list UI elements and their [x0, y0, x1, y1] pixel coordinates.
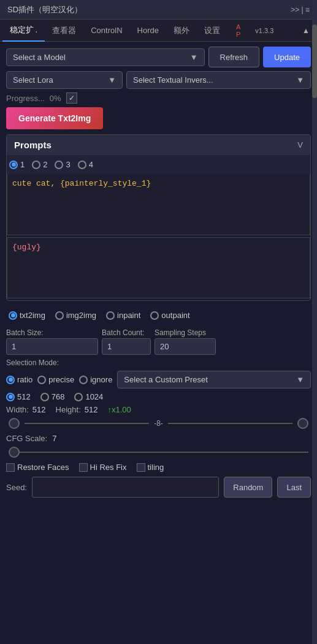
scrollbar-thumb[interactable]	[312, 25, 317, 98]
prompts-section: Prompts V 1 2 3 4 cute cat, {painterly_	[6, 134, 311, 301]
main-content: Select a Model ▼ Refresh Update Select L…	[0, 42, 317, 502]
random-button[interactable]: Random	[224, 477, 272, 498]
prompt-slot-4[interactable]: 4	[78, 160, 93, 169]
batch-fields: Batch Size: Batch Count: Sampling Steps	[6, 328, 311, 355]
mode-radio-outpaint[interactable]	[150, 311, 159, 320]
cfg-slider-track[interactable]	[20, 452, 308, 453]
height-label: Height:	[56, 405, 81, 414]
cfg-row: CFG Scale: 7	[6, 434, 311, 443]
selection-precise[interactable]: precise	[37, 375, 74, 384]
tiling-checkbox[interactable]	[137, 463, 145, 472]
tab-horde[interactable]: Horde	[130, 21, 166, 40]
cfg-slider-row	[6, 447, 311, 458]
positive-prompt[interactable]: cute cat, {painterly_style_1}	[7, 174, 310, 235]
prompt-radio-4[interactable]	[78, 161, 86, 169]
prompt-slot-3[interactable]: 3	[55, 160, 70, 169]
size-768[interactable]: 768	[40, 392, 65, 401]
wh-row: Width: 512 Height: 512 ↑x1.00	[6, 405, 311, 414]
batch-size-input[interactable]	[6, 338, 98, 355]
prompt-radio-3[interactable]	[55, 161, 63, 169]
selection-ignore-label: ignore	[90, 375, 112, 384]
progress-row: Progress... 0%	[6, 93, 311, 104]
size-1024[interactable]: 1024	[74, 392, 103, 401]
tiling-label: tiling	[148, 463, 164, 472]
width-item: Width: 512	[6, 405, 46, 414]
tab-extra[interactable]: 额外	[166, 20, 197, 41]
height-slider-thumb[interactable]	[297, 418, 308, 429]
negative-prompt[interactable]: {ugly}	[7, 237, 310, 298]
title-controls[interactable]: >> | ≡	[291, 6, 310, 14]
tab-stable[interactable]: 稳定扩 .	[2, 20, 45, 42]
slider-divider: -8-	[154, 419, 163, 428]
refresh-button[interactable]: Refresh	[208, 47, 260, 67]
prompt-slot-2[interactable]: 2	[32, 160, 47, 169]
selection-mode-label: Selection Mode:	[6, 358, 59, 367]
selection-mode-row: Selection Mode:	[6, 358, 311, 367]
tab-controlnet[interactable]: ControlN	[83, 21, 129, 40]
mode-radio-img2img[interactable]	[55, 311, 64, 320]
generate-button[interactable]: Generate Txt2Img	[6, 107, 103, 129]
seed-input[interactable]	[32, 477, 219, 498]
mode-radio-inpaint[interactable]	[106, 311, 115, 320]
cfg-slider-thumb[interactable]	[9, 447, 20, 458]
progress-value: 0%	[50, 94, 61, 103]
height-slider-track[interactable]	[168, 423, 292, 424]
mode-inpaint[interactable]: inpaint	[106, 311, 140, 320]
prompt-slot-group: 1 2 3 4	[7, 155, 310, 174]
prompt-radio-1[interactable]	[9, 161, 18, 169]
tab-viewer[interactable]: 查看器	[45, 20, 83, 41]
mode-txt2img[interactable]: txt2img	[9, 311, 45, 320]
prompts-toggle-icon[interactable]: V	[297, 140, 303, 150]
mode-outpaint[interactable]: outpaint	[150, 311, 189, 320]
prompt-slot-4-label: 4	[89, 160, 93, 169]
mode-radio-txt2img[interactable]	[9, 311, 17, 320]
restore-faces-item[interactable]: Restore Faces	[6, 463, 69, 472]
batch-size-label: Batch Size:	[6, 328, 98, 337]
selection-precise-radio[interactable]	[37, 376, 46, 384]
lora-select-label: Select Lora	[13, 75, 53, 85]
width-slider-track[interactable]	[25, 423, 149, 424]
hi-res-fix-item[interactable]: Hi Res Fix	[79, 463, 127, 472]
batch-count-input[interactable]	[102, 338, 151, 355]
tiling-item[interactable]: tiling	[137, 463, 164, 472]
restore-faces-checkbox[interactable]	[6, 463, 15, 472]
prompt-slot-1[interactable]: 1	[9, 160, 25, 169]
preset-chevron-icon: ▼	[296, 375, 304, 384]
lora-select[interactable]: Select Lora ▼	[6, 71, 123, 89]
model-chevron-icon: ▼	[190, 53, 198, 62]
textual-select[interactable]: Select Textual Invers... ▼	[126, 71, 311, 89]
custom-preset-select[interactable]: Select a Custom Preset ▼	[117, 371, 311, 388]
app-title: SD插件（明空汉化）	[7, 4, 82, 15]
size-1024-label: 1024	[85, 392, 103, 401]
cfg-value: 7	[52, 434, 56, 443]
size-512-label: 512	[17, 392, 31, 401]
hi-res-fix-label: Hi Res Fix	[90, 463, 127, 472]
last-button[interactable]: Last	[277, 477, 311, 498]
prompt-radio-2[interactable]	[32, 161, 40, 169]
height-item: Height: 512	[56, 405, 98, 414]
scale-value: ↑x1.00	[107, 405, 131, 414]
width-slider-thumb[interactable]	[9, 418, 20, 429]
size-1024-radio[interactable]	[74, 393, 83, 401]
prompts-header[interactable]: Prompts V	[7, 135, 310, 155]
sampling-steps-input[interactable]	[155, 338, 216, 355]
update-button[interactable]: Update	[263, 47, 311, 67]
batch-size-field: Batch Size:	[6, 328, 98, 355]
textual-chevron-icon: ▼	[296, 75, 304, 85]
progress-checkbox[interactable]	[66, 93, 77, 104]
selection-ratio-radio[interactable]	[6, 376, 15, 384]
size-512-radio[interactable]	[6, 393, 15, 401]
scrollbar[interactable]	[312, 0, 317, 644]
restore-faces-label: Restore Faces	[17, 463, 69, 472]
batch-count-field: Batch Count:	[102, 328, 151, 355]
size-768-radio[interactable]	[40, 393, 49, 401]
selection-ignore[interactable]: ignore	[79, 375, 112, 384]
hi-res-fix-checkbox[interactable]	[79, 463, 88, 472]
size-512[interactable]: 512	[6, 392, 31, 401]
mode-img2img[interactable]: img2img	[55, 311, 96, 320]
tab-bar: 稳定扩 . 查看器 ControlN Horde 额外 设置 AP v1.3.3…	[0, 20, 317, 42]
tab-settings[interactable]: 设置	[197, 20, 227, 41]
selection-ratio[interactable]: ratio	[6, 375, 32, 384]
selection-ignore-radio[interactable]	[79, 376, 88, 384]
model-select[interactable]: Select a Model ▼	[6, 48, 205, 66]
